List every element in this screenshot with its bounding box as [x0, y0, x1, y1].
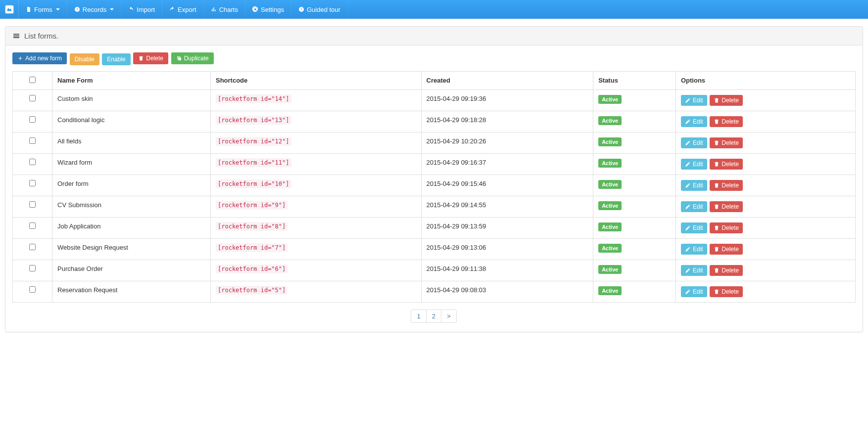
edit-button[interactable]: Edit [681, 244, 707, 255]
row-name: Order form [52, 175, 211, 196]
status-badge: Active [598, 244, 622, 253]
row-delete-button[interactable]: Delete [710, 116, 743, 127]
status-badge: Active [598, 159, 622, 168]
row-checkbox[interactable] [29, 222, 36, 229]
duplicate-button[interactable]: Duplicate [171, 52, 214, 64]
list-icon [12, 32, 20, 40]
row-status: Active [593, 154, 676, 175]
add-new-form-button[interactable]: Add new form [12, 52, 67, 64]
edit-button[interactable]: Edit [681, 286, 707, 297]
row-checkbox[interactable] [29, 244, 36, 250]
col-shortcode: Shortcode [211, 72, 422, 90]
app-logo[interactable] [0, 0, 19, 19]
edit-icon [685, 140, 691, 146]
row-status: Active [593, 218, 676, 239]
status-badge: Active [598, 137, 622, 146]
table-row: Website Design Request[rocketform id="7"… [13, 239, 856, 260]
page-1[interactable]: 1 [411, 310, 426, 323]
row-delete-button[interactable]: Delete [710, 222, 743, 233]
edit-button[interactable]: Edit [681, 159, 707, 170]
status-badge: Active [598, 201, 622, 210]
trash-icon [714, 97, 720, 103]
row-options: Edit Delete [675, 154, 855, 175]
row-name: Wizard form [52, 154, 211, 175]
trash-icon [714, 182, 720, 188]
edit-button[interactable]: Edit [681, 222, 707, 233]
col-name: Name Form [52, 72, 211, 90]
row-delete-button[interactable]: Delete [710, 95, 743, 106]
row-delete-button[interactable]: Delete [710, 265, 743, 276]
row-status: Active [593, 196, 676, 218]
nav-guided-tour[interactable]: Guided tour [291, 0, 348, 19]
row-checkbox[interactable] [29, 286, 36, 293]
row-status: Active [593, 90, 676, 111]
row-checkbox[interactable] [29, 265, 36, 271]
row-checkbox[interactable] [29, 159, 36, 165]
edit-button[interactable]: Edit [681, 95, 707, 106]
trash-icon [714, 246, 720, 252]
trash-icon [714, 161, 720, 167]
row-delete-button[interactable]: Delete [710, 286, 743, 297]
delete-button[interactable]: Delete [133, 52, 168, 64]
edit-button[interactable]: Edit [681, 116, 707, 127]
copy-icon [176, 55, 182, 61]
row-checkbox[interactable] [29, 116, 36, 123]
nav-export[interactable]: Export [162, 0, 204, 19]
edit-icon [685, 119, 691, 125]
row-name: All fields [52, 133, 211, 154]
row-delete-button[interactable]: Delete [710, 159, 743, 170]
question-icon [74, 6, 80, 12]
row-status: Active [593, 133, 676, 154]
chart-icon [211, 6, 217, 12]
nav-settings[interactable]: Settings [245, 0, 291, 19]
pagination: 12> [12, 310, 856, 323]
row-options: Edit Delete [675, 239, 855, 260]
row-delete-button[interactable]: Delete [710, 180, 743, 191]
nav-import[interactable]: Import [121, 0, 162, 19]
row-shortcode: [rocketform id="7"] [211, 239, 422, 260]
row-shortcode: [rocketform id="6"] [211, 260, 422, 281]
row-status: Active [593, 239, 676, 260]
trash-icon [138, 55, 144, 61]
nav-records[interactable]: Records [67, 0, 121, 19]
trash-icon [714, 140, 720, 146]
row-created: 2015-04-29 09:14:55 [421, 196, 593, 218]
nav-charts[interactable]: Charts [204, 0, 245, 19]
edit-icon [685, 289, 691, 295]
edit-icon [685, 204, 691, 210]
page-next[interactable]: > [441, 310, 457, 323]
row-checkbox[interactable] [29, 201, 36, 208]
trash-icon [714, 289, 720, 295]
row-delete-button[interactable]: Delete [710, 137, 743, 148]
row-created: 2015-04-29 09:19:36 [421, 90, 593, 111]
edit-button[interactable]: Edit [681, 137, 707, 148]
row-checkbox[interactable] [29, 137, 36, 144]
trash-icon [714, 267, 720, 273]
edit-button[interactable]: Edit [681, 265, 707, 276]
page-2[interactable]: 2 [426, 310, 441, 323]
status-badge: Active [598, 180, 622, 189]
plus-icon [17, 55, 23, 61]
edit-icon [685, 246, 691, 252]
row-options: Edit Delete [675, 218, 855, 239]
top-navbar: FormsRecordsImportExportChartsSettingsGu… [0, 0, 868, 19]
row-delete-button[interactable]: Delete [710, 244, 743, 255]
row-status: Active [593, 111, 676, 133]
table-row: Custom skin[rocketform id="14"]2015-04-2… [13, 90, 856, 111]
row-checkbox[interactable] [29, 95, 36, 101]
redo-icon [169, 6, 175, 12]
select-all-checkbox[interactable] [29, 77, 36, 83]
row-shortcode: [rocketform id="14"] [211, 90, 422, 111]
edit-icon [685, 161, 691, 167]
nav-forms[interactable]: Forms [19, 0, 67, 19]
edit-button[interactable]: Edit [681, 180, 707, 191]
edit-button[interactable]: Edit [681, 201, 707, 212]
row-checkbox[interactable] [29, 180, 36, 186]
disable-button[interactable]: Disable [70, 53, 99, 65]
row-delete-button[interactable]: Delete [710, 201, 743, 212]
enable-button[interactable]: Enable [102, 53, 130, 65]
row-status: Active [593, 281, 676, 303]
chevron-down-icon [110, 8, 114, 10]
col-status: Status [593, 72, 676, 90]
row-options: Edit Delete [675, 196, 855, 218]
